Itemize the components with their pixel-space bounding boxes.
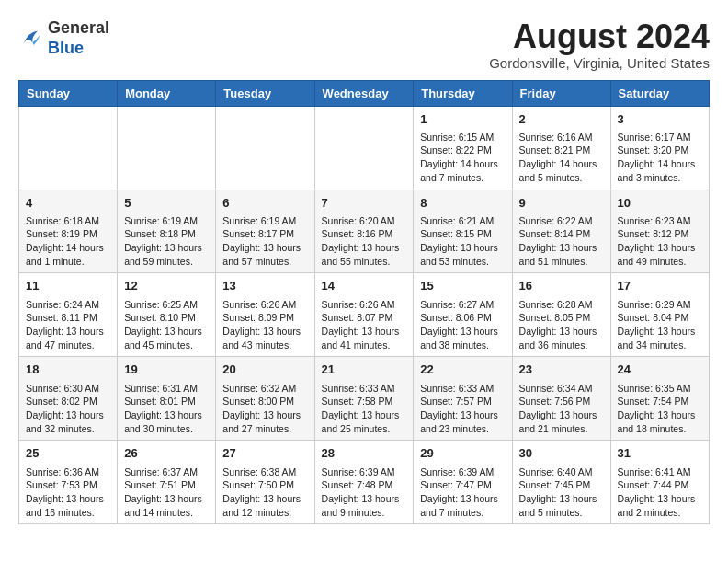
day-number: 27: [222, 445, 307, 462]
day-number: 16: [519, 278, 604, 294]
calendar-week-row: 11Sunrise: 6:24 AM Sunset: 8:11 PM Dayli…: [19, 273, 710, 357]
calendar-cell: 6Sunrise: 6:19 AM Sunset: 8:17 PM Daylig…: [216, 190, 314, 273]
day-number: 23: [519, 362, 604, 378]
day-info: Sunrise: 6:33 AM Sunset: 7:57 PM Dayligh…: [420, 383, 498, 434]
calendar-cell: 4Sunrise: 6:18 AM Sunset: 8:19 PM Daylig…: [19, 190, 118, 273]
calendar-week-row: 18Sunrise: 6:30 AM Sunset: 8:02 PM Dayli…: [19, 357, 710, 441]
calendar-cell: 10Sunrise: 6:23 AM Sunset: 8:12 PM Dayli…: [610, 190, 709, 273]
logo-blue: Blue: [48, 39, 84, 57]
day-number: 29: [420, 445, 505, 462]
calendar-cell: 3Sunrise: 6:17 AM Sunset: 8:20 PM Daylig…: [610, 106, 709, 190]
day-info: Sunrise: 6:25 AM Sunset: 8:10 PM Dayligh…: [124, 299, 202, 350]
day-info: Sunrise: 6:23 AM Sunset: 8:12 PM Dayligh…: [618, 215, 696, 267]
calendar-cell: 13Sunrise: 6:26 AM Sunset: 8:09 PM Dayli…: [216, 273, 314, 357]
day-number: 25: [26, 445, 110, 462]
day-info: Sunrise: 6:28 AM Sunset: 8:05 PM Dayligh…: [519, 299, 597, 350]
day-number: 8: [420, 195, 505, 212]
day-number: 2: [519, 111, 604, 128]
title-section: August 2024 Gordonsville, Virginia, Unit…: [489, 18, 710, 71]
calendar-cell: [118, 106, 216, 190]
logo-bird-icon: [18, 26, 44, 52]
calendar-week-row: 1Sunrise: 6:15 AM Sunset: 8:22 PM Daylig…: [19, 106, 710, 190]
day-number: 9: [519, 195, 604, 212]
day-number: 3: [618, 111, 702, 128]
day-info: Sunrise: 6:39 AM Sunset: 7:47 PM Dayligh…: [420, 466, 498, 518]
calendar-cell: 2Sunrise: 6:16 AM Sunset: 8:21 PM Daylig…: [512, 106, 610, 190]
day-info: Sunrise: 6:30 AM Sunset: 8:02 PM Dayligh…: [26, 383, 104, 434]
calendar-cell: 24Sunrise: 6:35 AM Sunset: 7:54 PM Dayli…: [610, 357, 709, 441]
calendar-cell: 17Sunrise: 6:29 AM Sunset: 8:04 PM Dayli…: [610, 273, 709, 357]
day-header-sunday: Sunday: [19, 80, 118, 106]
day-info: Sunrise: 6:18 AM Sunset: 8:19 PM Dayligh…: [26, 215, 104, 267]
day-header-tuesday: Tuesday: [216, 80, 314, 106]
calendar-cell: 28Sunrise: 6:39 AM Sunset: 7:48 PM Dayli…: [314, 441, 414, 524]
day-number: 11: [26, 278, 110, 294]
day-info: Sunrise: 6:17 AM Sunset: 8:20 PM Dayligh…: [618, 132, 696, 183]
day-info: Sunrise: 6:31 AM Sunset: 8:01 PM Dayligh…: [124, 383, 202, 434]
calendar-cell: 14Sunrise: 6:26 AM Sunset: 8:07 PM Dayli…: [314, 273, 414, 357]
day-info: Sunrise: 6:34 AM Sunset: 7:56 PM Dayligh…: [519, 383, 597, 434]
day-number: 18: [26, 362, 110, 378]
day-header-monday: Monday: [118, 80, 216, 106]
day-info: Sunrise: 6:24 AM Sunset: 8:11 PM Dayligh…: [26, 299, 104, 350]
day-info: Sunrise: 6:36 AM Sunset: 7:53 PM Dayligh…: [26, 466, 104, 518]
day-number: 10: [618, 195, 702, 212]
day-header-friday: Friday: [512, 80, 610, 106]
day-number: 22: [420, 362, 505, 378]
day-header-wednesday: Wednesday: [314, 80, 414, 106]
calendar-cell: 19Sunrise: 6:31 AM Sunset: 8:01 PM Dayli…: [118, 357, 216, 441]
day-info: Sunrise: 6:38 AM Sunset: 7:50 PM Dayligh…: [222, 466, 301, 518]
day-number: 14: [322, 278, 407, 294]
logo-general: General: [48, 18, 109, 37]
day-number: 26: [124, 445, 209, 462]
location-subtitle: Gordonsville, Virginia, United States: [489, 55, 710, 71]
day-number: 12: [124, 278, 209, 294]
calendar-cell: 8Sunrise: 6:21 AM Sunset: 8:15 PM Daylig…: [414, 190, 512, 273]
day-number: 15: [420, 278, 505, 294]
calendar-cell: 20Sunrise: 6:32 AM Sunset: 8:00 PM Dayli…: [216, 357, 314, 441]
day-info: Sunrise: 6:41 AM Sunset: 7:44 PM Dayligh…: [618, 466, 696, 518]
day-info: Sunrise: 6:21 AM Sunset: 8:15 PM Dayligh…: [420, 215, 498, 267]
day-info: Sunrise: 6:37 AM Sunset: 7:51 PM Dayligh…: [124, 466, 202, 518]
day-number: 20: [222, 362, 307, 378]
day-number: 5: [124, 195, 209, 212]
calendar-cell: 5Sunrise: 6:19 AM Sunset: 8:18 PM Daylig…: [118, 190, 216, 273]
day-number: 1: [420, 111, 505, 128]
calendar-cell: 12Sunrise: 6:25 AM Sunset: 8:10 PM Dayli…: [118, 273, 216, 357]
calendar-cell: 31Sunrise: 6:41 AM Sunset: 7:44 PM Dayli…: [610, 441, 709, 524]
calendar-header-row: SundayMondayTuesdayWednesdayThursdayFrid…: [19, 80, 710, 106]
day-info: Sunrise: 6:16 AM Sunset: 8:21 PM Dayligh…: [519, 132, 597, 183]
calendar-cell: 22Sunrise: 6:33 AM Sunset: 7:57 PM Dayli…: [414, 357, 512, 441]
calendar-cell: 21Sunrise: 6:33 AM Sunset: 7:58 PM Dayli…: [314, 357, 414, 441]
calendar-cell: 16Sunrise: 6:28 AM Sunset: 8:05 PM Dayli…: [512, 273, 610, 357]
calendar-cell: 27Sunrise: 6:38 AM Sunset: 7:50 PM Dayli…: [216, 441, 314, 524]
calendar-cell: [216, 106, 314, 190]
calendar-cell: 11Sunrise: 6:24 AM Sunset: 8:11 PM Dayli…: [19, 273, 118, 357]
day-info: Sunrise: 6:22 AM Sunset: 8:14 PM Dayligh…: [519, 215, 597, 267]
day-info: Sunrise: 6:26 AM Sunset: 8:07 PM Dayligh…: [322, 299, 400, 350]
day-number: 6: [222, 195, 307, 212]
day-number: 13: [222, 278, 307, 294]
logo: General Blue: [18, 18, 109, 58]
day-number: 28: [322, 445, 407, 462]
day-number: 17: [618, 278, 702, 294]
calendar-cell: 25Sunrise: 6:36 AM Sunset: 7:53 PM Dayli…: [19, 441, 118, 524]
calendar-week-row: 25Sunrise: 6:36 AM Sunset: 7:53 PM Dayli…: [19, 441, 710, 524]
day-info: Sunrise: 6:20 AM Sunset: 8:16 PM Dayligh…: [322, 215, 400, 267]
day-info: Sunrise: 6:40 AM Sunset: 7:45 PM Dayligh…: [519, 466, 597, 518]
calendar-week-row: 4Sunrise: 6:18 AM Sunset: 8:19 PM Daylig…: [19, 190, 710, 273]
logo-text: General Blue: [48, 18, 109, 58]
calendar-cell: 15Sunrise: 6:27 AM Sunset: 8:06 PM Dayli…: [414, 273, 512, 357]
day-info: Sunrise: 6:33 AM Sunset: 7:58 PM Dayligh…: [322, 383, 400, 434]
calendar-cell: 29Sunrise: 6:39 AM Sunset: 7:47 PM Dayli…: [414, 441, 512, 524]
calendar-cell: 9Sunrise: 6:22 AM Sunset: 8:14 PM Daylig…: [512, 190, 610, 273]
day-number: 19: [124, 362, 209, 378]
day-info: Sunrise: 6:29 AM Sunset: 8:04 PM Dayligh…: [618, 299, 696, 350]
day-info: Sunrise: 6:19 AM Sunset: 8:17 PM Dayligh…: [222, 215, 301, 267]
day-info: Sunrise: 6:15 AM Sunset: 8:22 PM Dayligh…: [420, 132, 498, 183]
calendar-cell: 30Sunrise: 6:40 AM Sunset: 7:45 PM Dayli…: [512, 441, 610, 524]
day-info: Sunrise: 6:35 AM Sunset: 7:54 PM Dayligh…: [618, 383, 696, 434]
day-number: 21: [322, 362, 407, 378]
calendar-cell: 7Sunrise: 6:20 AM Sunset: 8:16 PM Daylig…: [314, 190, 414, 273]
calendar-cell: 26Sunrise: 6:37 AM Sunset: 7:51 PM Dayli…: [118, 441, 216, 524]
